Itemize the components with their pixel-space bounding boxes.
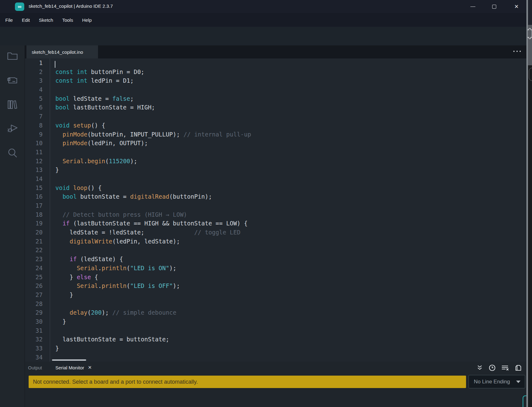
token-pln [70,122,73,129]
token-pln: ; [130,95,133,102]
line-number: 22 [25,246,43,255]
token-num: false [112,95,130,102]
tab-output[interactable]: Output [28,365,42,370]
editor-more-actions-button[interactable] [513,51,521,52]
sidebar-sketchbook-button[interactable] [6,50,19,62]
tab-sketch-ino[interactable]: sketch_feb14_copilot.ino [26,45,98,58]
token-kw: bool [55,95,70,102]
token-pln: ( [127,265,130,271]
code-text: bool ledState = false; [50,94,134,103]
menu-help[interactable]: Help [81,16,93,24]
code-line: 10 pinMode(ledPin, OUTPUT); [25,139,528,148]
token-fn: Serial [63,158,84,164]
line-number: 20 [25,228,43,237]
gutter-gap [43,255,50,264]
gutter-gap [43,112,50,121]
token-pln: lastButtonState = HIGH; [70,104,155,111]
gutter-gap [43,148,50,157]
gutter-gap [43,58,50,67]
line-number: 27 [25,290,43,299]
sidebar-search-button[interactable] [6,147,19,159]
code-line: 19 if (lastButtonState == HIGH && button… [25,219,528,228]
token-pln [55,193,63,200]
code-text: delay(200); // simple debounce [50,308,176,317]
code-text: void setup() { [50,121,105,130]
code-line: 32 lastButtonState = buttonState; [25,335,528,344]
code-text: pinMode(ledPin, OUTPUT); [50,139,148,148]
code-editor[interactable]: 12const int buttonPin = D0;3const int le… [25,58,528,362]
token-pln: ledState = [70,95,112,102]
minimize-button[interactable] [466,0,480,13]
code-text [50,174,55,183]
sidebar-boards-manager-button[interactable] [6,74,19,86]
copy-output-icon[interactable] [515,364,522,372]
code-text: ledState = !ledState; // toggle LED [50,228,240,237]
close-icon[interactable]: ✕ [88,365,92,370]
line-number: 1 [25,58,43,67]
code-line: 8void setup() { [25,121,528,130]
gutter-gap [43,139,50,148]
token-fn: begin [87,158,105,164]
code-line: 24 Serial.println("LED is ON"); [25,264,528,273]
code-text: } else { [50,273,98,282]
code-line: 26 Serial.println("LED is OFF"); [25,281,528,290]
token-pln: ( [105,158,109,164]
code-line: 31 [25,326,528,335]
code-text [50,326,55,335]
menu-edit[interactable]: Edit [20,16,31,24]
maximize-icon [492,5,496,9]
menu-sketch[interactable]: Sketch [37,16,55,24]
serial-monitor-tab-label: Serial Monitor [55,365,84,370]
token-pln: { [91,274,98,280]
background-window-sliver [528,0,532,25]
gutter-gap [43,237,50,246]
sidebar-library-manager-button[interactable] [6,98,19,111]
code-text: if (ledState) { [50,255,123,264]
token-cmt: // simple debounce [112,309,176,316]
line-number: 21 [25,237,43,246]
gutter-gap [43,326,50,335]
menu-tools[interactable]: Tools [61,16,75,24]
sidebar-debug-button[interactable] [6,123,19,135]
line-number: 12 [25,157,43,166]
line-number: 34 [25,353,43,362]
collapse-double-chevron-icon[interactable] [476,364,483,371]
token-pln: (ledState) { [77,256,123,262]
code-text: } [50,317,66,326]
gutter-gap [43,85,50,94]
token-pln: (ledPin, OUTPUT); [87,140,148,146]
code-text: } [50,344,59,353]
token-fn: setup [73,122,91,129]
close-button[interactable]: ✕ [509,0,524,13]
maximize-button[interactable] [487,0,501,13]
gutter-gap [43,201,50,210]
line-number: 23 [25,255,43,264]
token-pln: . [98,265,101,271]
code-line: 34 [25,353,528,362]
token-cmt: // Detect button press (HIGH → LOW) [63,211,187,218]
gutter-gap [43,335,50,344]
line-ending-select[interactable]: No Line Ending [469,375,525,388]
clear-output-icon[interactable] [501,364,509,371]
code-line: 18 // Detect button press (HIGH → LOW) [25,210,528,219]
code-text: const int ledPin = D1; [50,76,134,85]
gutter-gap [43,344,50,353]
horizontal-scrollbar[interactable] [52,359,86,361]
code-line: 22 [25,246,528,255]
gutter-gap [43,192,50,201]
line-number: 9 [25,130,43,139]
menu-file[interactable]: File [4,16,14,24]
background-window-shape [529,68,532,81]
debug-icon [6,123,19,135]
not-connected-banner: Not connected. Select a board and a port… [29,376,466,388]
timestamp-clock-icon[interactable] [488,364,496,372]
token-pln: ); [130,158,137,164]
code-text [50,85,55,94]
token-cmt: // internal pull-up [184,131,251,138]
token-pln [70,184,73,191]
gutter-gap [43,157,50,166]
token-fn: Serial [77,265,98,271]
code-line: 25 } else { [25,273,528,282]
code-line: 15void loop() { [25,183,528,192]
tab-serial-monitor[interactable]: Serial Monitor ✕ [55,365,92,370]
